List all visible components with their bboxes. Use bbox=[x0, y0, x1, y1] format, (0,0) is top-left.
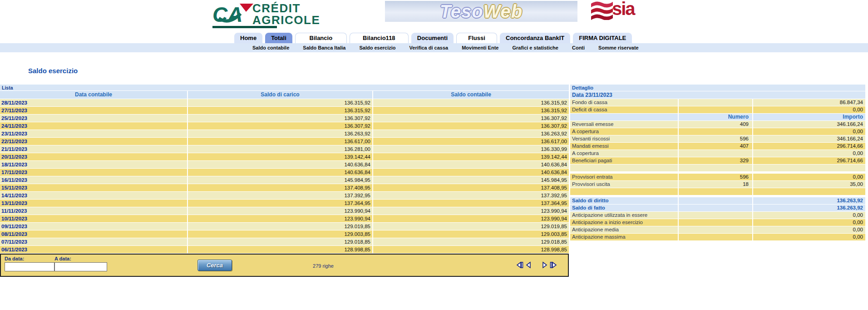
pagination bbox=[515, 260, 558, 270]
last-page-icon[interactable] bbox=[549, 260, 558, 270]
date-cell[interactable]: 23/11/2023 bbox=[0, 130, 187, 137]
date-cell[interactable]: 14/11/2023 bbox=[0, 192, 187, 199]
saldo-contabile-cell: 145.984,95 bbox=[373, 176, 569, 184]
detail-label: Reversali emesse bbox=[570, 121, 678, 128]
table-row[interactable]: 28/11/2023136.315,92136.315,92 bbox=[0, 99, 569, 106]
saldo-contabile-cell: 136.307,92 bbox=[373, 115, 569, 122]
table-row[interactable]: 24/11/2023136.307,92136.307,92 bbox=[0, 122, 569, 130]
date-cell[interactable]: 10/11/2023 bbox=[0, 215, 187, 222]
table-row[interactable]: 20/11/2023139.142,44139.142,44 bbox=[0, 153, 569, 160]
table-row[interactable]: 23/11/2023136.263,92136.263,92 bbox=[0, 130, 569, 137]
table-row[interactable]: 13/11/2023137.364,95137.364,95 bbox=[0, 200, 569, 207]
detail-date-title: Data 23/11/2023 bbox=[570, 91, 865, 99]
subnav-item-somme-riservate[interactable]: Somme riservate bbox=[598, 45, 639, 50]
table-row[interactable]: 15/11/2023137.408,95137.408,95 bbox=[0, 184, 569, 191]
table-row[interactable]: 14/11/2023137.392,95137.392,95 bbox=[0, 192, 569, 199]
next-page-icon[interactable] bbox=[540, 260, 549, 270]
table-row[interactable]: 22/11/2023136.617,00136.617,00 bbox=[0, 138, 569, 145]
date-cell[interactable]: 13/11/2023 bbox=[0, 200, 187, 207]
detail-numero-value: 596 bbox=[679, 135, 752, 142]
tesoweb-logo-web: Web bbox=[483, 1, 523, 22]
table-row[interactable]: 09/11/2023129.019,85129.019,85 bbox=[0, 223, 569, 230]
da-data-label: Da data: bbox=[5, 256, 24, 261]
detail-importo-value: 346.166,24 bbox=[753, 135, 865, 142]
detail-label: Provvisori entrata bbox=[570, 174, 678, 180]
column-header-saldo-di-carico: Saldo di carico bbox=[188, 91, 372, 99]
sia-flag-icon bbox=[590, 0, 614, 20]
tab-bilancio[interactable]: Bilancio bbox=[295, 33, 347, 43]
date-cell[interactable]: 21/11/2023 bbox=[0, 145, 187, 153]
table-row[interactable]: 27/11/2023136.315,92136.315,92 bbox=[0, 107, 569, 114]
date-cell[interactable]: 22/11/2023 bbox=[0, 138, 187, 145]
detail-importo-value: 0,00 bbox=[753, 174, 865, 180]
saldo-di-carico-cell: 129.019,85 bbox=[188, 223, 372, 230]
detail-row-empty bbox=[570, 188, 865, 195]
table-row[interactable]: 21/11/2023136.281,00136.330,99 bbox=[0, 145, 569, 153]
detail-importo-value: 136.263,92 bbox=[753, 197, 865, 204]
cerca-button[interactable]: Cerca bbox=[197, 260, 232, 271]
saldo-contabile-cell: 136.315,92 bbox=[373, 99, 569, 106]
saldo-di-carico-cell: 136.307,92 bbox=[188, 122, 372, 130]
subnav-item-grafici-e-statistiche[interactable]: Grafici e statistiche bbox=[512, 45, 558, 50]
subnav-item-conti[interactable]: Conti bbox=[572, 45, 585, 50]
table-row[interactable]: 17/11/2023140.636,84140.636,84 bbox=[0, 169, 569, 176]
detail-numero-value: 329 bbox=[679, 157, 752, 164]
detail-numero-value bbox=[679, 234, 752, 240]
detail-importo-value: 296.714,66 bbox=[753, 157, 865, 164]
a-data-input[interactable] bbox=[54, 262, 107, 271]
date-cell[interactable]: 11/11/2023 bbox=[0, 207, 187, 215]
subnav-item-saldo-contabile[interactable]: Saldo contabile bbox=[252, 45, 289, 50]
detail-row-anticipazione-utilizzata-in-essere: Anticipazione utilizzata in essere0,00 bbox=[570, 212, 865, 219]
saldo-contabile-cell: 128.998,85 bbox=[373, 246, 569, 253]
table-row[interactable]: 25/11/2023136.307,92136.307,92 bbox=[0, 115, 569, 122]
subnav-item-movimenti-ente[interactable]: Movimenti Ente bbox=[462, 45, 498, 50]
tab-home[interactable]: Home bbox=[234, 33, 262, 43]
date-cell[interactable]: 17/11/2023 bbox=[0, 169, 187, 176]
prev-page-icon[interactable] bbox=[524, 260, 533, 270]
date-cell[interactable]: 25/11/2023 bbox=[0, 115, 187, 122]
detail-label: Anticipazione utilizzata in essere bbox=[570, 212, 678, 219]
table-row[interactable]: 16/11/2023145.984,95145.984,95 bbox=[0, 176, 569, 184]
table-row[interactable]: 07/11/2023129.018,85129.018,85 bbox=[0, 238, 569, 245]
date-cell[interactable]: 16/11/2023 bbox=[0, 176, 187, 184]
table-row[interactable]: 11/11/2023123.990,94123.990,94 bbox=[0, 207, 569, 215]
date-cell[interactable]: 07/11/2023 bbox=[0, 238, 187, 245]
table-row[interactable]: 10/11/2023123.990,94123.990,94 bbox=[0, 215, 569, 222]
da-data-input[interactable] bbox=[5, 262, 54, 271]
tab-flussi[interactable]: Flussi bbox=[456, 33, 497, 43]
table-row[interactable]: 18/11/2023140.636,84140.636,84 bbox=[0, 161, 569, 168]
subnav-item-verifica-di-cassa[interactable]: Verifica di cassa bbox=[409, 45, 449, 50]
tab-bilancio118[interactable]: Bilancio118 bbox=[350, 33, 409, 43]
tab-concordanza-bankit[interactable]: Concordanza BankIT bbox=[500, 33, 570, 43]
date-cell[interactable]: 20/11/2023 bbox=[0, 153, 187, 160]
date-cell[interactable]: 27/11/2023 bbox=[0, 107, 187, 114]
list-footer-bar: Da data: A data: Cerca 279 righe bbox=[0, 254, 569, 277]
detail-panel: Dettaglio Data 23/11/2023 Fondo di cassa… bbox=[570, 85, 865, 241]
date-cell[interactable]: 18/11/2023 bbox=[0, 161, 187, 168]
detail-label bbox=[570, 165, 678, 171]
date-cell[interactable]: 24/11/2023 bbox=[0, 122, 187, 130]
brand-line1: CRÉDIT bbox=[252, 2, 320, 14]
tab-firma-digitale[interactable]: FIRMA DIGITALE bbox=[573, 33, 632, 43]
detail-label: Versanti riscossi bbox=[570, 135, 678, 142]
date-cell[interactable]: 06/11/2023 bbox=[0, 246, 187, 253]
saldo-contabile-cell: 136.307,92 bbox=[373, 122, 569, 130]
column-header-numero: Numero bbox=[679, 114, 752, 120]
table-row[interactable]: 08/11/2023129.003,85129.003,85 bbox=[0, 230, 569, 238]
detail-importo-value bbox=[753, 188, 865, 195]
saldo-contabile-cell: 136.263,92 bbox=[373, 130, 569, 137]
date-cell[interactable]: 09/11/2023 bbox=[0, 223, 187, 230]
tab-documenti[interactable]: Documenti bbox=[411, 33, 454, 43]
detail-importo-value: 0,00 bbox=[753, 226, 865, 233]
page-title: Saldo esercizio bbox=[28, 67, 78, 75]
detail-row-anticipazione-massima: Anticipazione massima0,00 bbox=[570, 234, 865, 240]
date-cell[interactable]: 28/11/2023 bbox=[0, 99, 187, 106]
date-cell[interactable]: 08/11/2023 bbox=[0, 230, 187, 238]
table-row[interactable]: 06/11/2023128.998,85128.998,85 bbox=[0, 246, 569, 253]
tab-totali[interactable]: Totali bbox=[265, 33, 292, 43]
subnav-item-saldo-banca-italia[interactable]: Saldo Banca Italia bbox=[303, 45, 345, 50]
subnav-item-saldo-esercizio[interactable]: Saldo esercizio bbox=[359, 45, 395, 50]
date-cell[interactable]: 15/11/2023 bbox=[0, 184, 187, 191]
first-page-icon[interactable] bbox=[515, 260, 524, 270]
saldo-di-carico-cell: 137.364,95 bbox=[188, 200, 372, 207]
